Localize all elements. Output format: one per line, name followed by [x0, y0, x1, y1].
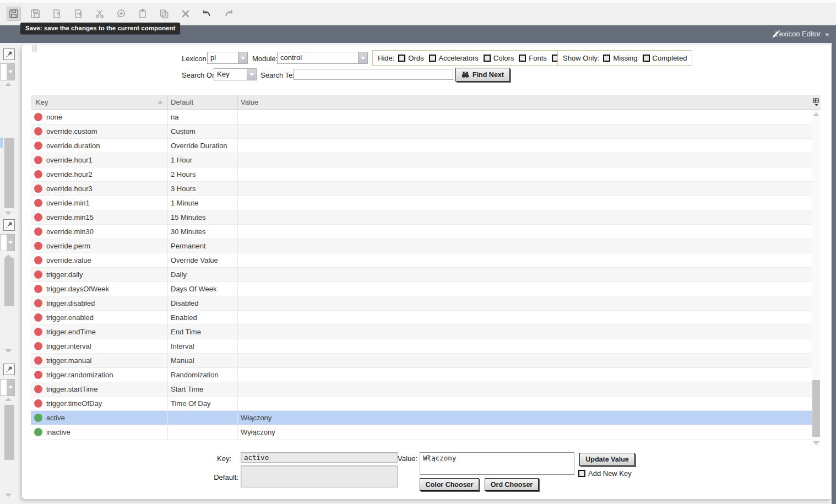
table-row[interactable]: trigger.randomizationRandomization [31, 368, 812, 382]
scrollbar-thumb[interactable] [4, 138, 14, 208]
hide-option: Ords [398, 54, 424, 62]
default-cell: Enabled [168, 311, 238, 324]
add-new-key-checkbox[interactable] [578, 470, 585, 477]
import-icon[interactable] [50, 7, 64, 21]
scrollbar-thumb[interactable] [812, 380, 820, 437]
hide-label: Ords [408, 54, 424, 62]
popout-icon[interactable] [3, 48, 15, 60]
scroll-down-icon[interactable] [5, 212, 12, 215]
table-row[interactable]: trigger.startTimeStart Time [31, 382, 812, 397]
panel-notch [32, 45, 37, 52]
find-next-button[interactable]: Find Next [455, 68, 510, 82]
default-cell: 30 Minutes [168, 225, 238, 239]
export-icon[interactable] [71, 7, 85, 21]
value-cell [238, 239, 812, 253]
module-combo[interactable]: control [277, 52, 368, 64]
table-row[interactable]: trigger.manualManual [31, 354, 812, 368]
table-row[interactable]: nonena [31, 110, 812, 124]
key-cell: trigger.timeOfDay [31, 397, 168, 410]
table-row[interactable]: override.valueOverride Value [31, 253, 812, 268]
default-field-label: Default: [204, 473, 238, 481]
hide-checkbox-ords[interactable] [398, 55, 405, 62]
scroll-down-icon[interactable] [5, 494, 12, 497]
key-field[interactable] [241, 452, 398, 463]
status-green-icon [34, 414, 42, 422]
hide-option: Colors [484, 54, 514, 62]
key-text: override.min30 [46, 227, 94, 236]
table-row[interactable]: override.min11 Minute [31, 196, 812, 210]
default-cell: 3 Hours [168, 182, 238, 196]
scroll-up-icon[interactable] [5, 398, 12, 401]
default-cell: Override Duration [168, 139, 238, 153]
table-row[interactable]: trigger.endTimeEnd Time [31, 325, 812, 339]
scroll-up-icon[interactable] [813, 112, 819, 116]
chevron-down-icon[interactable] [238, 52, 247, 63]
scrollbar-thumb[interactable] [4, 258, 14, 306]
table-row[interactable]: inactiveWyłączony [31, 425, 812, 440]
table-row[interactable]: trigger.timeOfDayTime Of Day [31, 397, 812, 411]
hide-checkbox-accelerators[interactable] [429, 55, 436, 62]
add-icon[interactable] [114, 7, 128, 21]
default-field[interactable] [241, 465, 398, 487]
dock-selection-sliver [0, 138, 3, 148]
table-scrollbar[interactable] [812, 110, 821, 447]
dock-dropdown[interactable] [0, 234, 15, 251]
column-header-default[interactable]: Default [168, 95, 238, 110]
table-row[interactable]: override.customCustom [31, 124, 812, 139]
table-row[interactable]: trigger.daysOfWeekDays Of Week [31, 282, 812, 296]
key-text: override.min1 [46, 199, 90, 207]
column-header-key[interactable]: Key [31, 95, 168, 110]
value-field[interactable] [420, 452, 574, 475]
scroll-down-icon[interactable] [5, 349, 12, 353]
cut-icon[interactable] [93, 7, 107, 21]
table-row[interactable]: activeWłączony [31, 411, 812, 425]
lexicon-combo[interactable]: pl [207, 52, 248, 64]
search-text-input[interactable] [294, 69, 453, 80]
key-text: trigger.startTime [46, 385, 97, 393]
scroll-up-icon[interactable] [5, 83, 12, 86]
popout-icon[interactable] [3, 364, 15, 375]
key-text: override.perm [46, 242, 90, 250]
table-row[interactable]: trigger.disabledDisabled [31, 296, 812, 311]
column-config-icon[interactable] [812, 95, 821, 110]
delete-icon[interactable] [178, 7, 193, 21]
color-chooser-button[interactable]: Color Chooser [420, 478, 479, 491]
redo-icon[interactable] [221, 7, 236, 21]
column-header-value[interactable]: Value [238, 95, 812, 110]
table-row[interactable]: override.hour11 Hour [31, 153, 812, 167]
paste-icon[interactable] [135, 7, 150, 21]
table-row[interactable]: override.min1515 Minutes [31, 210, 812, 225]
save-icon[interactable] [7, 7, 21, 21]
undo-icon[interactable] [200, 7, 214, 21]
header-dropdown-caret-icon[interactable] [825, 34, 829, 36]
key-cell: inactive [31, 425, 168, 439]
table-row[interactable]: trigger.enabledEnabled [31, 311, 812, 325]
value-cell [238, 124, 812, 138]
copy-icon[interactable] [157, 7, 171, 21]
table-row[interactable]: override.hour33 Hours [31, 182, 812, 196]
table-row[interactable]: trigger.dailyDaily [31, 268, 812, 282]
table-row[interactable]: override.min3030 Minutes [31, 225, 812, 239]
dock-dropdown[interactable] [0, 379, 15, 396]
save-all-icon[interactable] [28, 7, 42, 21]
table-row[interactable]: override.hour22 Hours [31, 167, 812, 182]
chevron-down-icon[interactable] [358, 52, 367, 63]
add-new-key-label: Add New Key [588, 469, 632, 478]
hide-checkbox-fonts[interactable] [519, 55, 526, 62]
hide-checkbox-colors[interactable] [484, 55, 491, 62]
show-only-checkbox-missing[interactable] [603, 55, 610, 62]
table-row[interactable]: trigger.intervalInterval [31, 339, 812, 354]
ord-chooser-button[interactable]: Ord Chooser [485, 478, 539, 491]
table-row[interactable]: override.durationOverride Duration [31, 139, 812, 153]
dock-dropdown[interactable] [0, 63, 15, 80]
key-cell: trigger.daily [31, 268, 168, 281]
show-only-checkbox-completed[interactable] [643, 55, 650, 62]
popout-icon[interactable] [3, 219, 15, 231]
update-value-button[interactable]: Update Value [579, 453, 635, 466]
chevron-down-icon[interactable] [247, 69, 256, 80]
header-title[interactable]: Lexicon Editor [775, 30, 821, 38]
table-row[interactable]: override.permPermanent [31, 239, 812, 253]
scroll-down-icon[interactable] [813, 441, 819, 445]
scrollbar-thumb[interactable] [4, 405, 14, 460]
search-on-combo[interactable]: Key [214, 68, 257, 80]
